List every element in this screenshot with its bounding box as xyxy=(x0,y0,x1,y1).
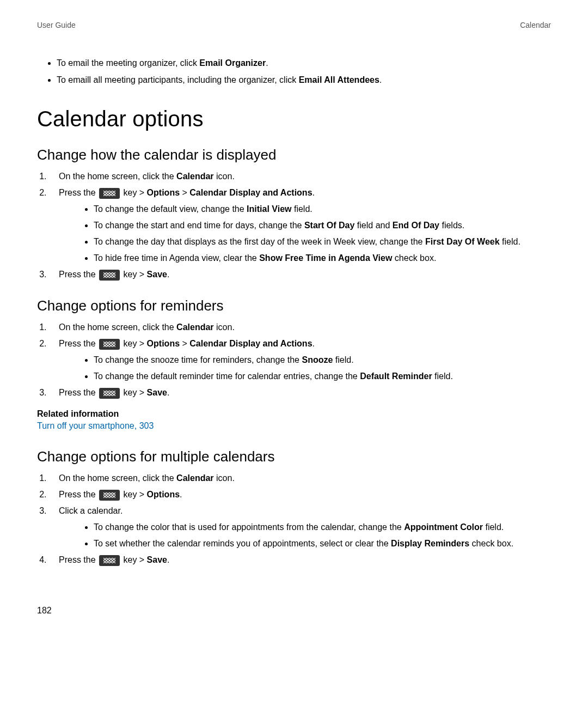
text: To change the color that is used for app… xyxy=(94,522,404,532)
list-item: To change the default reminder time for … xyxy=(94,369,551,384)
step: On the home screen, click the Calendar i… xyxy=(49,471,551,486)
bold-text: Calendar Display and Actions xyxy=(189,339,312,348)
text: To change the day that displays as the f… xyxy=(94,237,425,246)
list-item: To change the default view, change the I… xyxy=(94,202,551,217)
text: field and xyxy=(354,221,392,230)
text: To hide free time in Agenda view, clear … xyxy=(94,253,259,263)
bold-text: Save xyxy=(147,388,167,397)
related-link-page: 303 xyxy=(139,421,154,430)
bold-text: Calendar Display and Actions xyxy=(189,188,312,197)
bold-text: Snooze xyxy=(302,355,333,364)
text: key > xyxy=(121,555,147,564)
text: On the home screen, click the xyxy=(59,172,176,181)
list-item: To change the start and end time for day… xyxy=(94,218,551,233)
menu-key-icon xyxy=(99,388,120,399)
text: fields. xyxy=(439,221,464,230)
text: Press the xyxy=(59,188,98,197)
text: > xyxy=(180,339,189,348)
bold-text: Email Organizer xyxy=(199,58,266,68)
list-item: To email the meeting organizer, click Em… xyxy=(57,56,551,70)
page-title: Calendar options xyxy=(37,107,551,131)
text: To change the snooze time for reminders,… xyxy=(94,355,302,364)
text: field. xyxy=(500,237,520,246)
text: key > xyxy=(121,388,147,397)
text: field. xyxy=(292,204,313,214)
text: . xyxy=(266,58,268,68)
bold-text: Display Reminders xyxy=(391,539,469,548)
text: field. xyxy=(333,355,353,364)
list-item: To hide free time in Agenda view, clear … xyxy=(94,251,551,266)
text: Press the xyxy=(59,270,98,279)
step: Press the key > Save. xyxy=(49,385,551,400)
bold-text: Show Free Time in Agenda View xyxy=(259,253,392,263)
bold-text: Options xyxy=(147,490,180,499)
text: key > xyxy=(121,188,147,197)
text: . xyxy=(180,490,182,499)
text: icon. xyxy=(214,473,235,483)
text: icon. xyxy=(214,322,235,332)
bold-text: Calendar xyxy=(176,172,213,181)
text: . xyxy=(167,270,169,279)
list-item: To emaill all meeting participants, incl… xyxy=(57,72,551,87)
text: field. xyxy=(432,372,453,381)
related-link: Turn off your smartphone, 303 xyxy=(37,419,551,433)
section-heading-display: Change how the calendar is displayed xyxy=(37,147,551,163)
bold-text: Save xyxy=(147,555,167,564)
step: On the home screen, click the Calendar i… xyxy=(49,320,551,335)
related-information-heading: Related information xyxy=(37,409,551,419)
page-header: User Guide Calendar xyxy=(37,21,551,29)
text: On the home screen, click the xyxy=(59,322,176,332)
step: Press the key > Options > Calendar Displ… xyxy=(49,185,551,266)
page: User Guide Calendar To email the meeting… xyxy=(0,0,588,643)
header-left: User Guide xyxy=(37,21,76,29)
bold-text: Calendar xyxy=(176,473,213,483)
text: > xyxy=(180,188,189,197)
bold-text: Options xyxy=(147,188,180,197)
list-item: To change the snooze time for reminders,… xyxy=(94,352,551,368)
section-heading-reminders: Change options for reminders xyxy=(37,297,551,314)
bold-text: Start Of Day xyxy=(304,221,354,230)
intro-bullet-list: To email the meeting organizer, click Em… xyxy=(37,56,551,87)
sub-bullet-list: To change the color that is used for app… xyxy=(71,520,551,551)
sub-bullet-list: To change the default view, change the I… xyxy=(71,202,551,266)
list-item: To change the day that displays as the f… xyxy=(94,234,551,249)
steps-list: On the home screen, click the Calendar i… xyxy=(37,471,551,568)
bold-text: First Day Of Week xyxy=(425,237,500,246)
text: Press the xyxy=(59,555,98,564)
step: On the home screen, click the Calendar i… xyxy=(49,169,551,184)
text: Click a calendar. xyxy=(59,506,122,515)
menu-key-icon xyxy=(99,188,120,199)
bold-text: Save xyxy=(147,270,167,279)
text: To set whether the calendar reminds you … xyxy=(94,539,391,548)
steps-list: On the home screen, click the Calendar i… xyxy=(37,169,551,282)
text: check box. xyxy=(469,539,513,548)
bold-text: Appointment Color xyxy=(404,522,483,532)
header-right: Calendar xyxy=(520,21,551,29)
text: key > xyxy=(121,339,147,348)
page-number: 182 xyxy=(37,606,551,616)
menu-key-icon xyxy=(99,339,120,350)
menu-key-icon xyxy=(99,490,120,501)
text: . xyxy=(167,555,169,564)
text: Press the xyxy=(59,388,98,397)
bold-text: Initial View xyxy=(247,204,291,214)
text: key > xyxy=(121,270,147,279)
text: On the home screen, click the xyxy=(59,473,176,483)
text: To email the meeting organizer, click xyxy=(57,58,199,68)
text: check box. xyxy=(392,253,436,263)
text: To emaill all meeting participants, incl… xyxy=(57,75,299,84)
bold-text: End Of Day xyxy=(393,221,439,230)
sub-bullet-list: To change the snooze time for reminders,… xyxy=(71,352,551,384)
menu-key-icon xyxy=(99,270,120,281)
bold-text: Email All Attendees xyxy=(299,75,379,84)
text: icon. xyxy=(214,172,235,181)
menu-key-icon xyxy=(99,555,120,566)
text: . xyxy=(313,188,315,197)
list-item: To change the color that is used for app… xyxy=(94,520,551,535)
text: To change the default reminder time for … xyxy=(94,372,360,381)
bold-text: Default Reminder xyxy=(360,372,432,381)
text: field. xyxy=(483,522,504,532)
step: Press the key > Options > Calendar Displ… xyxy=(49,336,551,384)
text: Press the xyxy=(59,339,98,348)
link-turn-off-smartphone[interactable]: Turn off your smartphone, xyxy=(37,421,139,430)
